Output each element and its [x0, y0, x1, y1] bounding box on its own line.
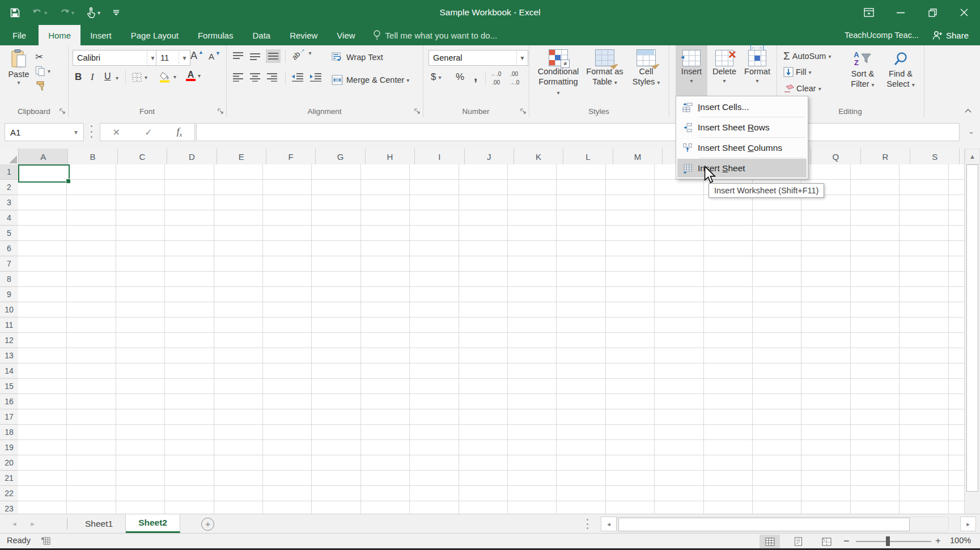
row-header-7[interactable]: 7 — [0, 256, 18, 272]
zoom-in-button[interactable]: + — [935, 535, 941, 547]
tab-home[interactable]: Home — [39, 25, 80, 45]
row-header-3[interactable]: 3 — [0, 195, 18, 210]
decrease-font-size-button[interactable]: A▼ — [209, 52, 222, 61]
tab-data[interactable]: Data — [243, 25, 280, 45]
wrap-text-button[interactable]: Wrap Text — [332, 52, 383, 62]
column-header-S[interactable]: S — [910, 149, 960, 164]
touch-mode-dropdown-arrow[interactable]: ▾ — [97, 10, 100, 16]
select-all-corner[interactable] — [0, 149, 19, 164]
column-header-M[interactable]: M — [613, 149, 663, 164]
row-header-22[interactable]: 22 — [0, 486, 18, 501]
accounting-dropdown-arrow[interactable]: ▾ — [438, 74, 441, 81]
column-header-L[interactable]: L — [563, 149, 613, 164]
touch-mouse-mode-button[interactable]: ▾ — [87, 7, 100, 18]
italic-button[interactable]: I — [91, 71, 94, 83]
minimize-button[interactable] — [885, 0, 917, 25]
menu-item-insert-sheet-columns[interactable]: Insert Sheet Columns — [677, 138, 807, 157]
underline-dropdown-arrow[interactable]: ▾ — [116, 75, 118, 81]
sheet-nav-next-button[interactable]: ▸ — [31, 519, 35, 528]
row-header-21[interactable]: 21 — [0, 471, 18, 486]
clear-dropdown-arrow[interactable]: ▾ — [818, 86, 821, 92]
selected-cell-a1[interactable] — [18, 164, 70, 183]
font-dialog-launcher[interactable] — [217, 108, 224, 115]
percent-style-button[interactable]: % — [456, 71, 464, 83]
font-name-combo[interactable]: Calibri▼ — [73, 50, 159, 66]
row-header-14[interactable]: 14 — [0, 363, 18, 379]
menu-item-insert-sheet[interactable]: Insert Sheet — [677, 159, 807, 177]
paste-button[interactable]: Paste ▾ — [6, 49, 32, 87]
bottom-align-button[interactable] — [266, 49, 281, 63]
column-header-H[interactable]: H — [366, 149, 415, 164]
column-header-F[interactable]: F — [266, 149, 316, 164]
fill-handle[interactable] — [66, 179, 71, 184]
delete-dropdown-arrow[interactable]: ▾ — [723, 78, 726, 85]
orientation-button[interactable]: ab→ ▾ — [291, 49, 312, 57]
row-header-13[interactable]: 13 — [0, 348, 18, 363]
row-header-12[interactable]: 12 — [0, 333, 18, 348]
horizontal-scrollbar[interactable] — [617, 517, 949, 532]
tab-formulas[interactable]: Formulas — [188, 25, 243, 45]
formula-bar-splitter[interactable] — [91, 125, 92, 138]
autosum-dropdown-arrow[interactable]: ▾ — [828, 53, 831, 60]
format-painter-button[interactable] — [35, 81, 46, 91]
undo-dropdown-arrow[interactable]: ▾ — [44, 10, 47, 16]
format-as-table-button[interactable]: Format as Table ▾ — [584, 49, 625, 87]
column-header-C[interactable]: C — [118, 149, 167, 164]
comma-style-button[interactable]: , — [474, 69, 477, 84]
row-header-16[interactable]: 16 — [0, 394, 18, 409]
row-header-19[interactable]: 19 — [0, 440, 18, 455]
clear-button[interactable]: Clear ▾ — [783, 84, 821, 93]
tab-view[interactable]: View — [327, 25, 364, 45]
number-format-combo[interactable]: General▼ — [429, 50, 528, 66]
tell-me-box[interactable]: Tell me what you want to do... — [365, 25, 506, 45]
column-header-A[interactable]: A — [19, 149, 68, 164]
align-center-button[interactable] — [249, 73, 261, 82]
vertical-scrollbar[interactable]: ▲ — [964, 149, 980, 514]
increase-font-size-button[interactable]: A▲ — [190, 50, 205, 62]
merge-center-dropdown-arrow[interactable]: ▾ — [406, 77, 409, 83]
cells-area[interactable] — [18, 164, 965, 514]
expand-formula-bar-button[interactable]: ⌄ — [968, 127, 974, 136]
row-header-11[interactable]: 11 — [0, 318, 18, 333]
row-header-9[interactable]: 9 — [0, 287, 18, 302]
fill-color-dropdown-arrow[interactable]: ▾ — [173, 74, 176, 80]
page-break-preview-button[interactable] — [816, 535, 837, 548]
number-format-dropdown-arrow[interactable]: ▼ — [516, 50, 528, 65]
tab-insert[interactable]: Insert — [80, 25, 121, 45]
customize-qat-button[interactable] — [113, 9, 120, 16]
name-box-dropdown-arrow[interactable]: ▼ — [69, 124, 83, 141]
horizontal-scroll-thumb[interactable] — [618, 518, 910, 531]
new-sheet-button[interactable]: ＋ — [201, 518, 214, 531]
row-header-17[interactable]: 17 — [0, 409, 18, 425]
redo-dropdown-arrow[interactable]: ▾ — [71, 10, 74, 16]
zoom-slider-handle[interactable] — [886, 536, 890, 546]
font-size-combo[interactable]: 11▼ — [156, 50, 190, 66]
share-button[interactable]: Share — [926, 25, 975, 45]
sheet-tab-sheet2[interactable]: Sheet2 — [126, 514, 180, 533]
cancel-entry-button[interactable]: ✕ — [113, 127, 120, 138]
row-header-8[interactable]: 8 — [0, 272, 18, 287]
undo-button[interactable]: ▾ — [32, 8, 47, 17]
number-dialog-launcher[interactable] — [520, 108, 527, 115]
align-right-button[interactable] — [266, 73, 278, 82]
tab-page-layout[interactable]: Page Layout — [121, 25, 188, 45]
fill-button[interactable]: Fill ▾ — [783, 67, 812, 77]
insert-dropdown-arrow[interactable]: ▾ — [690, 78, 693, 85]
enter-entry-button[interactable]: ✓ — [145, 127, 152, 138]
cell-styles-button[interactable]: Cell Styles ▾ — [629, 49, 664, 87]
column-header-K[interactable]: K — [514, 149, 563, 164]
name-box[interactable]: A1 ▼ — [5, 123, 84, 141]
row-header-4[interactable]: 4 — [0, 210, 18, 226]
normal-view-button[interactable] — [760, 535, 780, 548]
fill-color-button[interactable]: ▾ — [159, 71, 176, 83]
font-size-dropdown-arrow[interactable]: ▼ — [179, 50, 190, 65]
tab-review[interactable]: Review — [280, 25, 327, 45]
column-header-E[interactable]: E — [217, 149, 266, 164]
save-button[interactable] — [10, 8, 20, 18]
paste-dropdown-arrow[interactable]: ▾ — [17, 79, 20, 87]
align-left-button[interactable] — [232, 73, 244, 82]
borders-button[interactable]: ▾ — [131, 72, 147, 83]
collapse-ribbon-button[interactable] — [964, 108, 972, 113]
insert-function-button[interactable]: fx — [177, 126, 183, 138]
column-header-Q[interactable]: Q — [811, 149, 860, 164]
